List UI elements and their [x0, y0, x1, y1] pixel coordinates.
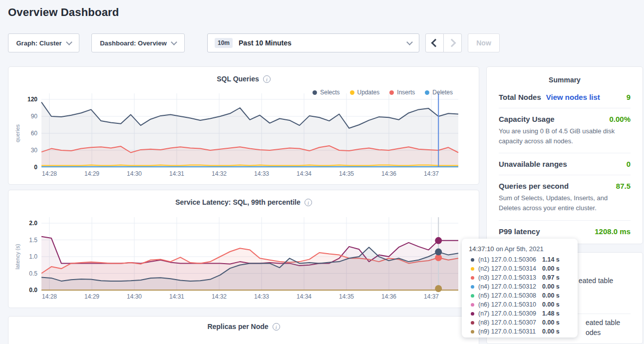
chart-hover-tooltip: 14:37:10 on Apr 5th, 2021 (n1) 127.0.0.1… [462, 239, 578, 338]
svg-text:14:33: 14:33 [254, 293, 269, 300]
info-icon[interactable]: i [305, 199, 312, 206]
dashboard-selector-dropdown[interactable]: Dashboard: Overview [91, 33, 185, 52]
now-button-disabled[interactable]: Now [468, 33, 500, 52]
tooltip-row: (n8) 127.0.0.1:503070.00 s [469, 318, 571, 327]
node-dot-icon [471, 321, 474, 325]
service-latency-title: Service Latency: SQL, 99th percentile [175, 198, 301, 206]
event-item-fragment[interactable]: eated table [579, 277, 613, 285]
svg-text:14:29: 14:29 [84, 293, 99, 300]
replicas-per-node-panel: Replicas per Node i [8, 316, 479, 344]
node-dot-icon [471, 312, 474, 316]
time-forward-button-disabled[interactable] [443, 33, 462, 52]
svg-text:0.5: 0.5 [29, 270, 37, 277]
legend-item-inserts[interactable]: Inserts [389, 89, 415, 96]
svg-text:60: 60 [31, 130, 38, 137]
tooltip-node-value: 0.00 s [542, 301, 560, 308]
tooltip-node-value: 1.48 s [542, 310, 560, 317]
deletes-dot-icon [425, 90, 429, 95]
tooltip-node-label: (n1) 127.0.0.1:50306 [478, 256, 540, 263]
tooltip-node-value: 0.00 s [542, 265, 560, 272]
graph-selector-label: Graph: Cluster [16, 39, 61, 47]
node-dot-icon [471, 267, 474, 271]
summary-panel: Summary Total Nodes View nodes list 9 Ca… [486, 66, 643, 244]
event-item-fragment[interactable]: odes [586, 329, 601, 337]
capacity-usage-label: Capacity Usage [499, 115, 555, 123]
svg-text:2.0: 2.0 [29, 220, 37, 227]
sql-queries-legend: Selects Updates Inserts Deletes [313, 89, 453, 96]
legend-item-deletes[interactable]: Deletes [425, 89, 453, 96]
svg-text:30: 30 [31, 147, 38, 154]
view-nodes-list-link[interactable]: View nodes list [546, 93, 600, 101]
total-nodes-row: Total Nodes View nodes list 9 [499, 91, 631, 108]
sql-queries-chart[interactable]: 14:2814:2914:3014:3114:3214:3314:3414:35… [8, 67, 480, 185]
svg-text:0: 0 [34, 164, 37, 171]
svg-text:14:36: 14:36 [381, 293, 396, 300]
tooltip-node-value: 0.00 s [542, 292, 560, 299]
legend-item-selects[interactable]: Selects [313, 89, 339, 96]
now-button-label: Now [476, 39, 491, 47]
tooltip-node-label: (n3) 127.0.0.1:50313 [478, 274, 540, 281]
svg-text:90: 90 [31, 113, 38, 120]
total-nodes-label: Total Nodes [499, 93, 541, 101]
queries-per-second-description: Sum of Selects, Updates, Inserts, and De… [499, 193, 631, 213]
tooltip-node-value: 0.97 s [542, 274, 560, 281]
selects-dot-icon [313, 90, 317, 95]
svg-text:14:35: 14:35 [339, 170, 354, 177]
event-item-fragment[interactable]: eated table [586, 319, 620, 327]
svg-text:14:34: 14:34 [297, 170, 312, 177]
svg-text:14:33: 14:33 [254, 170, 269, 177]
tooltip-node-label: (n6) 127.0.0.1:50310 [478, 301, 540, 308]
queries-per-second-value: 87.5 [616, 182, 631, 190]
info-icon[interactable]: i [263, 75, 271, 83]
queries-per-second-row: Queries per second 87.5 Sum of Selects, … [499, 175, 631, 220]
tooltip-row: (n7) 127.0.0.1:503091.48 s [469, 309, 571, 318]
summary-title: Summary [499, 76, 631, 91]
legend-item-updates[interactable]: Updates [350, 89, 380, 96]
svg-text:latency (s): latency (s) [14, 244, 20, 270]
svg-text:14:34: 14:34 [297, 293, 312, 300]
svg-text:1.5: 1.5 [29, 237, 37, 244]
chevron-right-icon [448, 39, 456, 47]
chevron-down-icon [171, 39, 177, 45]
sql-queries-title: SQL Queries [217, 75, 259, 83]
chevron-left-icon [431, 39, 440, 47]
service-latency-panel: Service Latency: SQL, 99th percentile i … [8, 190, 479, 308]
svg-text:14:31: 14:31 [169, 170, 184, 177]
capacity-usage-row: Capacity Usage 0.00% You are using 0 B o… [499, 108, 631, 153]
time-back-button[interactable] [425, 33, 444, 52]
node-dot-icon [471, 330, 474, 334]
page-title: Overview Dashboard [8, 6, 119, 19]
p99-latency-label: P99 latency [499, 227, 540, 236]
tooltip-node-label: (n8) 127.0.0.1:50307 [478, 319, 540, 326]
tooltip-node-value: 0.00 s [542, 328, 560, 335]
node-dot-icon [471, 276, 474, 280]
unavailable-ranges-value: 0 [627, 160, 631, 168]
tooltip-node-label: (n2) 127.0.0.1:50314 [478, 265, 540, 272]
svg-text:14:35: 14:35 [339, 293, 354, 300]
p99-latency-value: 1208.0 ms [595, 227, 631, 236]
tooltip-node-label: (n4) 127.0.0.1:50312 [478, 283, 540, 290]
dashboard-selector-label: Dashboard: Overview [100, 39, 167, 47]
node-dot-icon [471, 258, 474, 262]
queries-per-second-label: Queries per second [499, 182, 569, 190]
capacity-usage-value: 0.00% [609, 115, 631, 123]
tooltip-row: (n3) 127.0.0.1:503130.97 s [469, 273, 571, 282]
time-range-picker[interactable]: 10m Past 10 Minutes [207, 33, 419, 52]
svg-text:120: 120 [27, 96, 37, 103]
tooltip-row: (n2) 127.0.0.1:503140.00 s [469, 264, 571, 273]
chevron-down-icon [406, 39, 413, 45]
service-latency-chart[interactable]: 14:2814:2914:3014:3114:3214:3314:3414:35… [8, 190, 480, 309]
sql-queries-panel: SQL Queries i Selects Updates Inserts De… [8, 66, 479, 185]
svg-text:14:30: 14:30 [127, 293, 142, 300]
graph-selector-dropdown[interactable]: Graph: Cluster [8, 33, 79, 52]
svg-text:1.0: 1.0 [29, 253, 37, 260]
tooltip-row: (n1) 127.0.0.1:503061.14 s [469, 255, 571, 264]
info-icon[interactable]: i [273, 323, 280, 331]
time-range-badge: 10m [215, 38, 233, 48]
tooltip-node-label: (n7) 127.0.0.1:50309 [478, 310, 540, 317]
node-dot-icon [471, 294, 474, 298]
updates-dot-icon [350, 90, 354, 95]
svg-text:14:36: 14:36 [381, 170, 396, 177]
tooltip-row: (n9) 127.0.0.1:503110.00 s [469, 327, 571, 336]
tooltip-row: (n4) 127.0.0.1:503120.00 s [469, 282, 571, 291]
